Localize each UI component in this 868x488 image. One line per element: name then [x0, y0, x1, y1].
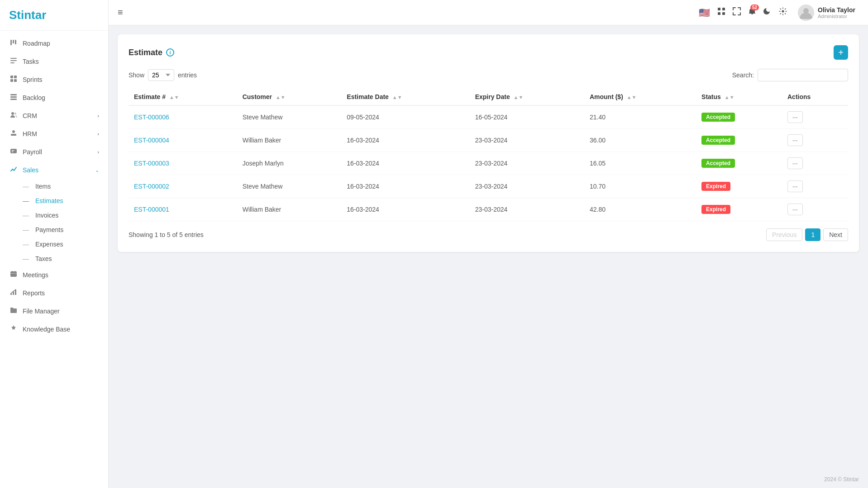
- svg-point-14: [14, 113, 16, 114]
- sidebar-item-knowledge-base[interactable]: Knowledge Base: [0, 320, 108, 338]
- topbar-right: 🇺🇸 52: [699, 3, 859, 23]
- showing-text: Showing 1 to 5 of 5 entries: [129, 231, 204, 238]
- user-profile[interactable]: Olivia Taylor Administrator: [794, 3, 859, 23]
- svg-rect-30: [722, 12, 725, 15]
- page-1-button[interactable]: 1: [805, 228, 820, 241]
- svg-rect-15: [11, 134, 16, 136]
- sidebar-item-label: Roadmap: [23, 40, 50, 47]
- svg-rect-23: [10, 273, 17, 274]
- add-estimate-button[interactable]: +: [834, 45, 848, 60]
- sidebar-item-label: Sprints: [23, 76, 43, 83]
- sidebar-item-reports[interactable]: Reports: [0, 284, 108, 302]
- info-icon[interactable]: i: [166, 48, 174, 57]
- col-estimate-no[interactable]: Estimate # ▲▼: [129, 89, 237, 105]
- estimates-table: Estimate # ▲▼ Customer ▲▼ Estimate Date …: [129, 89, 848, 221]
- sidebar-item-label: Reports: [23, 289, 45, 297]
- payroll-icon: [9, 147, 18, 156]
- sidebar-item-crm[interactable]: CRM ›: [0, 107, 108, 125]
- next-button[interactable]: Next: [823, 228, 848, 241]
- table-body: EST-000006 Steve Mathew 09-05-2024 16-05…: [129, 105, 848, 221]
- sidebar-item-taxes[interactable]: — Taxes: [9, 251, 108, 266]
- card-header: Estimate i +: [129, 45, 848, 60]
- sort-icon: ▲▼: [169, 95, 179, 100]
- sidebar-item-expenses[interactable]: — Expenses: [9, 237, 108, 251]
- cell-estimate-date: 16-03-2024: [341, 198, 469, 221]
- cell-status: Accepted: [696, 152, 782, 175]
- actions-button[interactable]: ···: [787, 134, 803, 146]
- cell-estimate-date: 16-03-2024: [341, 129, 469, 152]
- page-title: Estimate: [129, 48, 162, 57]
- svg-rect-20: [10, 271, 17, 277]
- svg-rect-1: [13, 40, 14, 43]
- estimate-link[interactable]: EST-000004: [134, 137, 169, 144]
- avatar: [798, 5, 814, 21]
- sidebar-item-invoices[interactable]: — Invoices: [9, 208, 108, 223]
- sidebar-item-items[interactable]: — Items: [9, 179, 108, 194]
- sort-icon: ▲▼: [514, 95, 524, 100]
- sidebar-item-tasks[interactable]: Tasks: [0, 52, 108, 71]
- svg-rect-27: [718, 8, 720, 10]
- search-input[interactable]: [758, 69, 848, 81]
- sales-chevron: ⌄: [95, 167, 99, 173]
- entries-select[interactable]: 25 10 50 100: [148, 69, 174, 81]
- sort-icon: ▲▼: [725, 95, 734, 100]
- col-expiry-date[interactable]: Expiry Date ▲▼: [470, 89, 584, 105]
- svg-rect-29: [718, 12, 720, 15]
- table-footer: Showing 1 to 5 of 5 entries Previous 1 N…: [129, 228, 848, 241]
- roadmap-icon: [9, 39, 18, 48]
- sidebar-item-estimates[interactable]: — Estimates: [9, 194, 108, 208]
- notification-bell[interactable]: 52: [748, 7, 756, 18]
- actions-button[interactable]: ···: [787, 111, 803, 123]
- col-amount[interactable]: Amount ($) ▲▼: [584, 89, 696, 105]
- sidebar-item-hrm[interactable]: HRM ›: [0, 125, 108, 143]
- sales-submenu: — Items — Estimates — Invoices — Payment…: [0, 179, 108, 266]
- sidebar-item-sprints[interactable]: Sprints: [0, 71, 108, 89]
- language-flag[interactable]: 🇺🇸: [699, 7, 710, 18]
- previous-button[interactable]: Previous: [766, 228, 802, 241]
- backlog-icon: [9, 93, 18, 102]
- table-row: EST-000001 William Baker 16-03-2024 23-0…: [129, 198, 848, 221]
- settings-icon[interactable]: [779, 7, 787, 18]
- status-badge: Expired: [701, 182, 730, 191]
- sidebar-item-payments[interactable]: — Payments: [9, 223, 108, 237]
- menu-toggle-button[interactable]: ≡: [118, 7, 123, 17]
- sidebar-item-roadmap[interactable]: Roadmap: [0, 34, 108, 52]
- svg-rect-28: [722, 8, 725, 10]
- sidebar-item-backlog[interactable]: Backlog: [0, 89, 108, 107]
- svg-rect-6: [10, 76, 13, 78]
- estimate-link[interactable]: EST-000003: [134, 160, 169, 167]
- expand-icon[interactable]: [733, 7, 741, 18]
- logo-text: Stintar: [9, 8, 46, 22]
- cell-amount: 16.05: [584, 152, 696, 175]
- col-customer[interactable]: Customer ▲▼: [237, 89, 342, 105]
- estimate-link[interactable]: EST-000006: [134, 114, 169, 121]
- sidebar-sub-label: Expenses: [35, 241, 63, 248]
- sidebar-item-meetings[interactable]: Meetings: [0, 266, 108, 284]
- actions-button[interactable]: ···: [787, 180, 803, 192]
- estimate-link[interactable]: EST-000002: [134, 183, 169, 190]
- status-badge: Accepted: [701, 113, 735, 122]
- hrm-chevron: ›: [97, 131, 99, 137]
- apps-grid-icon[interactable]: [717, 7, 725, 18]
- sidebar-item-label: HRM: [23, 130, 37, 137]
- table-row: EST-000002 Steve Mathew 16-03-2024 23-03…: [129, 175, 848, 198]
- notification-count: 52: [750, 5, 759, 10]
- dark-mode-icon[interactable]: [763, 7, 772, 18]
- col-status[interactable]: Status ▲▼: [696, 89, 782, 105]
- cell-status: Accepted: [696, 129, 782, 152]
- col-estimate-date[interactable]: Estimate Date ▲▼: [341, 89, 469, 105]
- estimate-link[interactable]: EST-000001: [134, 206, 169, 213]
- svg-point-13: [11, 112, 14, 115]
- sidebar-item-file-manager[interactable]: File Manager: [0, 302, 108, 320]
- status-badge: Accepted: [701, 159, 735, 168]
- actions-button[interactable]: ···: [787, 204, 803, 215]
- svg-rect-3: [10, 58, 17, 59]
- sidebar-item-payroll[interactable]: Payroll ›: [0, 143, 108, 161]
- svg-rect-7: [14, 76, 17, 78]
- cell-expiry-date: 23-03-2024: [470, 152, 584, 175]
- svg-rect-18: [12, 150, 14, 151]
- sidebar-item-sales[interactable]: Sales ⌄: [0, 161, 108, 179]
- user-role: Administrator: [818, 14, 855, 19]
- actions-button[interactable]: ···: [787, 157, 803, 169]
- knowledge-base-icon: [9, 325, 18, 334]
